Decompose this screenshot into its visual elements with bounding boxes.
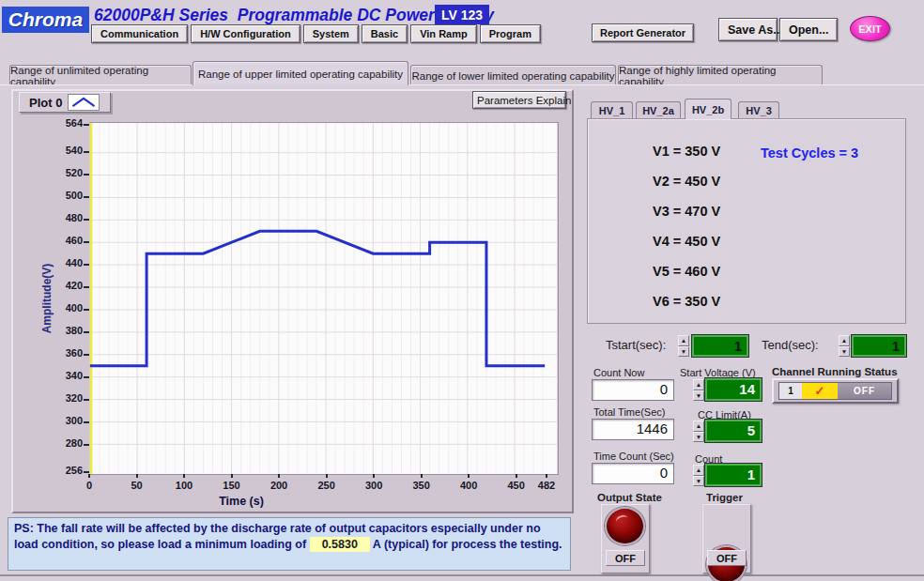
- x-tick-mark: [136, 474, 138, 478]
- y-tick-500: 500: [39, 190, 83, 201]
- spinner-down-icon[interactable]: ▼: [693, 390, 704, 402]
- hv-tab-hv-1[interactable]: HV_1: [591, 101, 633, 119]
- start-voltage-field[interactable]: 14: [705, 378, 762, 401]
- ps-note: PS: The fall rate will be affected by th…: [8, 517, 571, 571]
- note-text-suffix: A (typical) for process the testing.: [370, 538, 562, 551]
- y-tick-mark: [84, 331, 89, 333]
- y-tick-400: 400: [39, 302, 83, 313]
- total-time-field[interactable]: 1446: [592, 419, 674, 440]
- spinner-up-icon[interactable]: ▲: [693, 465, 704, 476]
- y-tick-mark: [84, 151, 89, 153]
- trigger-label: Trigger: [706, 492, 743, 503]
- hv-tab-hv-2b[interactable]: HV_2b: [685, 99, 732, 119]
- time-count-field[interactable]: 0: [592, 463, 674, 484]
- x-tick-mark: [468, 474, 470, 478]
- x-tick-0: 0: [70, 480, 108, 491]
- channel-number: 1: [779, 383, 802, 399]
- x-tick-mark: [326, 474, 328, 478]
- y-tick-mark: [84, 264, 89, 266]
- menu-program[interactable]: Program: [480, 24, 541, 43]
- y-tick-mark: [84, 399, 89, 401]
- x-tick-482: 482: [528, 480, 565, 491]
- plot-legend[interactable]: Plot 0: [19, 92, 111, 113]
- y-tick-340: 340: [39, 370, 83, 381]
- hv-voltage-5: V5 = 460 V: [653, 264, 720, 279]
- y-tick-mark: [84, 174, 89, 176]
- test-cycles-label: Test Cycles = 3: [761, 145, 858, 161]
- y-tick-256: 256: [39, 465, 83, 476]
- y-tick-mark: [84, 376, 89, 378]
- channel-check-icon[interactable]: ✓: [802, 383, 838, 399]
- y-tick-mark: [84, 354, 89, 356]
- y-tick-440: 440: [39, 257, 83, 268]
- exit-button[interactable]: EXIT: [850, 16, 890, 41]
- output-state-button[interactable]: [605, 507, 645, 545]
- cc-limit-spinner[interactable]: ▲ ▼: [693, 420, 704, 442]
- y-tick-mark: [84, 219, 89, 221]
- y-tick-mark: [84, 241, 89, 243]
- menu-basic[interactable]: Basic: [362, 24, 408, 43]
- x-tick-150: 150: [213, 480, 251, 491]
- start-voltage-spinner[interactable]: ▲ ▼: [693, 379, 704, 401]
- menu-communication[interactable]: Communication: [91, 24, 188, 43]
- spinner-up-icon[interactable]: ▲: [693, 379, 704, 390]
- spinner-up-icon[interactable]: ▲: [693, 420, 704, 432]
- y-tick-mark: [84, 124, 89, 126]
- trigger-off-label[interactable]: OFF: [707, 550, 747, 566]
- count-spinner[interactable]: ▲ ▼: [693, 465, 704, 486]
- x-tick-mark: [231, 474, 233, 478]
- channel-running-status-control: 1 ✓ OFF: [772, 378, 899, 404]
- x-tick-mark: [546, 474, 547, 478]
- tab-range-of-highly-limited-operating-capability[interactable]: Range of highly limited operating capabi…: [618, 65, 823, 85]
- tstart-spinner[interactable]: ▲ ▼: [678, 335, 689, 357]
- y-tick-280: 280: [39, 437, 83, 449]
- y-tick-mark: [84, 444, 89, 446]
- menu-vin-ramp[interactable]: Vin Ramp: [410, 24, 477, 43]
- plot-line-icon: [68, 94, 100, 111]
- y-tick-460: 460: [39, 235, 83, 246]
- menu-system[interactable]: System: [303, 24, 359, 43]
- menu-h-w-configuration[interactable]: H/W Configuration: [191, 24, 300, 43]
- tab-range-of-unlimited-operating-capability[interactable]: Range of unlimited operating capability: [9, 65, 192, 85]
- hv-tab-hv-3[interactable]: HV_3: [738, 101, 779, 119]
- hv-voltage-4: V4 = 450 V: [653, 234, 720, 249]
- spinner-up-icon[interactable]: ▲: [839, 335, 850, 346]
- spinner-up-icon[interactable]: ▲: [678, 335, 689, 346]
- open-button[interactable]: Open...: [779, 18, 838, 41]
- x-tick-300: 300: [355, 480, 393, 491]
- tab-range-of-upper-limited-operating-capability[interactable]: Range of upper limited operating capabil…: [192, 61, 408, 85]
- y-tick-480: 480: [39, 212, 83, 223]
- parameters-explain-button[interactable]: Parameters Explain: [472, 91, 566, 109]
- output-state-off-label[interactable]: OFF: [606, 550, 645, 566]
- x-tick-mark: [516, 474, 517, 478]
- hv-voltage-3: V3 = 470 V: [653, 204, 720, 219]
- hv-voltage-2: V2 = 450 V: [653, 174, 720, 189]
- plot-legend-label: Plot 0: [29, 96, 62, 110]
- save-as-button[interactable]: Save As...: [718, 18, 778, 41]
- spinner-down-icon[interactable]: ▼: [693, 476, 704, 487]
- cc-limit-field[interactable]: 5: [705, 420, 762, 442]
- y-tick-mark: [84, 471, 89, 473]
- count-field[interactable]: 1: [705, 464, 762, 486]
- start-voltage-label: Start Voltage (V): [680, 367, 756, 378]
- output-state-label: Output State: [597, 492, 662, 503]
- tend-field[interactable]: 1: [852, 335, 906, 357]
- x-tick-mark: [88, 474, 90, 478]
- y-tick-mark: [84, 309, 89, 311]
- report-generator-button[interactable]: Report Generator: [592, 23, 694, 42]
- y-tick-520: 520: [39, 167, 83, 178]
- tstart-field[interactable]: 1: [692, 335, 748, 357]
- count-now-field[interactable]: 0: [592, 379, 674, 401]
- tab-range-of-lower-limited-operating-capability[interactable]: Range of lower limited operating capabil…: [410, 65, 616, 85]
- x-tick-mark: [421, 474, 423, 478]
- tend-spinner[interactable]: ▲ ▼: [839, 335, 850, 357]
- total-time-label: Total Time(Sec): [593, 406, 665, 418]
- y-tick-540: 540: [39, 145, 83, 156]
- spinner-down-icon[interactable]: ▼: [678, 346, 689, 358]
- spinner-down-icon[interactable]: ▼: [839, 346, 850, 358]
- x-axis-title: Time (s): [204, 495, 279, 508]
- hv-tab-hv-2a[interactable]: HV_2a: [636, 101, 681, 119]
- spinner-down-icon[interactable]: ▼: [693, 432, 704, 443]
- tstart-label: Tstart(sec):: [606, 338, 666, 352]
- y-axis-title: Amplitude(V): [40, 264, 54, 334]
